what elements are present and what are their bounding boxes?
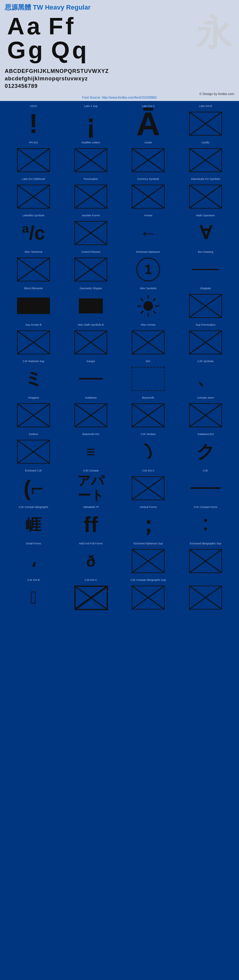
char-circled-1: 1 [136,258,160,282]
glyph-cjkcompatideog: 崕 [13,510,54,539]
glyph-suparrowsb [13,328,54,357]
cell-enclosedcjk: Enclosed CJK (⌐ [5,468,62,504]
label-latinextb: Latin Ext B [199,105,212,108]
glyph-hiragana [13,400,54,430]
grid-row-14: CJK Ext B 𠀀 CJK Ext C .xbox-inner { widt… [1,577,238,613]
xbox-bopomofo [132,403,165,427]
label-numforms: Number Forms [82,214,100,218]
char-sun [136,294,160,318]
cell-cjkcompatideog-sup: CJK Compat Ideographic Sup [120,577,177,613]
char-exclaim: ! [29,110,38,137]
glyph-cjkstrokes: ㇁ [127,437,169,467]
preview-gg: Gg [7,38,45,62]
cell-suparrowsb: Sup Arrows B [5,322,62,358]
label-cjkcompatforms: CJK Compat Forms [194,506,217,509]
glyph-bopomofo [127,400,169,430]
xbox-hiragana [17,403,50,427]
char-two-dots [204,519,207,530]
xbox-numforms [74,221,107,245]
alphabet-lower: abcdefghijklmnopqrstuvwxyz [5,75,234,83]
cell-kanbun: Kanbun [5,431,62,467]
label-miscarrows: Misc Arrows [141,323,156,327]
glyph-cjk [185,473,226,503]
copyright: © Design by fontke.com [5,92,234,95]
cell-cjkextb: CJK Ext B 𠀀 [5,577,62,613]
cell-enclosedalpha-sup: Enclosed Alphanum Sup [120,541,177,577]
char-hline [192,269,219,270]
cell-cjkextc: CJK Ext C .xbox-inner { width: 110px; he… [62,577,120,613]
dot-top [204,519,207,522]
grid-row-11: Enclosed CJK (⌐ CJK Compat アパート CJK Ext … [1,468,238,504]
glyph-cjkcompatideog-sup [127,582,169,612]
char-ff: ff [84,514,98,535]
char-em-dash [191,487,220,489]
glyph-arrows: ← [127,218,169,248]
glyph-currency [127,182,169,212]
glyph-alphabeticpl: ff [70,510,112,539]
glyph-cjkexta [127,473,169,503]
glyph-enclosedcjk: (⌐ [13,473,54,503]
char-fraction: ª/c [22,223,45,243]
cell-suppunct: Sup Punctuation [177,322,234,358]
label-cjkcompatideog-sup: CJK Compat Ideographic Sup [130,578,166,582]
label-ipaext: IPA Ext [29,141,38,145]
glyph-idc [127,364,169,394]
char-mi: ミ [24,370,43,388]
label-compatjamo: Compat Jamo [197,396,214,400]
xbox-cjkexta [132,476,165,500]
label-kangxi: Kangxi [87,360,95,363]
glyph-miscarrows [127,328,169,357]
cell-enclosedideog-sup: Enclosed Ideographic Sup [177,541,234,577]
xbox-miscmathb [74,331,107,354]
char-arrow-left: ← [139,224,157,242]
glyph-enclosedalpha: 1 [127,255,169,285]
label-geoshapes: Geometric Shapes [80,287,102,290]
cell-cjkcompat: CJK Compat アパート [62,468,120,504]
glyph-cjkextc: .xbox-inner { width: 110px; height: 80px… [70,582,112,612]
cell-verticalforms: Vertical Forms ； [120,504,177,540]
dot-bottom [204,527,207,530]
cell-dingbats: Dingbats [177,286,234,321]
font-source: Font Source: http://www.fontke.com/font/… [5,95,234,99]
label-enclosedcjk: Enclosed CJK [25,469,42,473]
char-blacksquare [79,299,103,313]
label-dingbats: Dingbats [200,287,211,290]
cell-latinextb: Latin Ext B [177,103,234,139]
xbox-latinextadd [17,185,50,208]
cell-latinexta: Latin Ext A Ā [120,103,177,139]
glyph-latinexta: Ā [127,109,169,138]
cell-ipaext: IPA Ext [5,140,62,176]
xbox-enclosedalpha-sup [132,549,165,573]
label-mathops: Math Operators [196,214,215,218]
glyph-katakana [70,400,112,430]
label-miscsymbols: Misc Symbols [140,287,156,290]
cell-currency: Currency Symbols [120,176,177,212]
glyph-cjkextb: 𠀀 [13,582,54,612]
preview-area: Aa Ff Gg Qq 永 [5,13,234,65]
glyph-verticalforms: ； [127,510,169,539]
cell-letterlike: Letterlike Symbols ª/c [5,213,62,248]
cell-ascii: ASCII ! [5,103,62,139]
label-currency: Currency Symbols [137,178,159,181]
cell-empty [177,577,234,613]
preview-aa: Aa [7,14,42,38]
glyph-numforms [70,218,112,248]
glyph-enclosedalpha-sup [127,546,169,576]
char-blackrect [17,298,50,314]
glyph-ipaext [13,145,54,175]
char-cjkextb: 𠀀 [30,587,37,608]
glyph-compatjamo [185,400,226,430]
glyph-controlpic [70,255,112,285]
cell-cjkradicalsup: CJK Radicals Sup ミ [5,358,62,395]
glyph-miscsymbols [127,291,169,321]
xbox-miscarrows [132,331,165,354]
label-verticalforms: Vertical Forms [140,506,157,509]
cell-geoshapes: Geometric Shapes [62,286,120,321]
label-halffullfoms: Half And Full Forms [79,542,102,546]
char-ideographic-comma: 、 [197,368,214,390]
preview-qq: Qq [51,38,89,62]
label-suparrowsb: Sup Arrows B [25,323,42,327]
cell-halffullfoms: Half And Full Forms ð [62,541,120,577]
cell-katakanaext: Katakana Ext ク [177,431,234,467]
cell-numforms: Number Forms [62,213,120,248]
